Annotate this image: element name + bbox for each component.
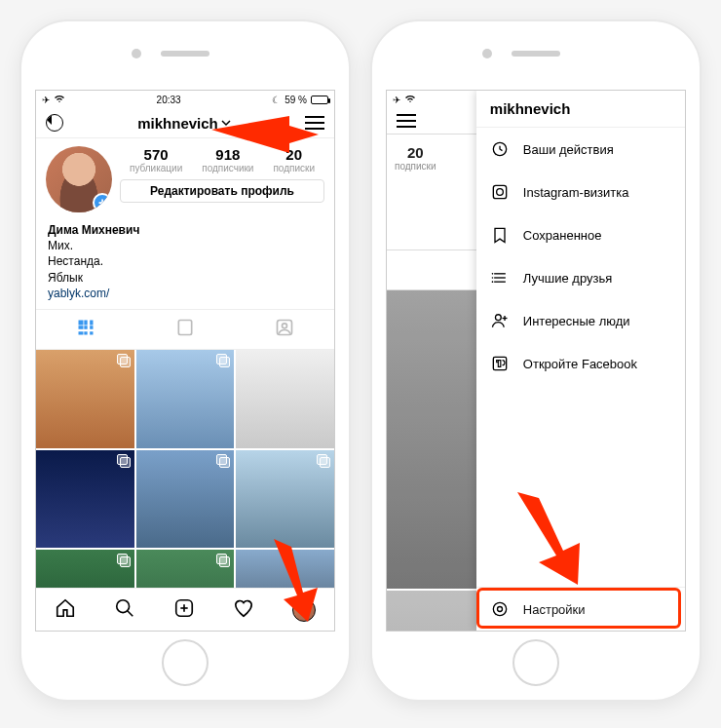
svg-point-25: [493, 602, 506, 615]
stat-followers[interactable]: 918подписчики: [202, 146, 253, 173]
photo-cell[interactable]: [36, 350, 134, 448]
nav-add[interactable]: [173, 597, 195, 623]
stat-following[interactable]: 20подписки: [273, 146, 315, 173]
svg-point-20: [491, 281, 493, 283]
menu-title: mikhnevich: [476, 91, 685, 128]
archive-icon[interactable]: [46, 114, 63, 132]
svg-point-2: [283, 324, 287, 328]
photo-cell[interactable]: [36, 450, 134, 549]
profile-header: mikhnevich: [36, 108, 334, 138]
carousel-icon: [117, 354, 131, 367]
bio-line: Яблык: [48, 270, 323, 286]
photo-grid: [36, 350, 334, 588]
add-story-badge[interactable]: +: [93, 193, 112, 212]
svg-point-18: [491, 273, 493, 275]
menu-item-label: Лучшие друзья: [523, 271, 612, 286]
tab-grid[interactable]: [36, 310, 135, 349]
menu-button-open[interactable]: [397, 114, 416, 128]
bottom-nav: [36, 588, 334, 631]
stats-row: + 570публикации 918подписчики 20подписки…: [36, 138, 334, 220]
stat-posts[interactable]: 570публикации: [130, 146, 182, 173]
username-text: mikhnevich: [137, 115, 218, 132]
status-time: 20:33: [157, 95, 181, 105]
svg-rect-13: [493, 185, 506, 198]
bg-stat-label: подписки: [395, 161, 436, 172]
bio: Дима Михневич Мих. Нестанда. Яблык yably…: [36, 220, 334, 309]
menu-item[interactable]: Откройте Facebook: [476, 342, 685, 385]
add-person-icon: [490, 311, 510, 330]
clock-icon: [490, 139, 510, 159]
profile-avatar[interactable]: +: [46, 146, 112, 212]
photo-cell[interactable]: [136, 450, 235, 549]
photo-cell[interactable]: [236, 350, 334, 448]
carousel-icon: [117, 454, 131, 468]
photo-cell[interactable]: [136, 350, 235, 448]
menu-item[interactable]: Лучшие друзья: [476, 256, 685, 299]
wifi-icon: [404, 94, 416, 105]
facebook-icon: [490, 354, 510, 373]
dnd-icon: ☾: [272, 95, 281, 105]
svg-line-4: [128, 610, 133, 616]
airplane-icon: ✈: [42, 95, 50, 105]
carousel-icon: [216, 354, 230, 367]
photo-cell[interactable]: [136, 550, 235, 588]
menu-button[interactable]: [305, 116, 324, 130]
profile-username[interactable]: mikhnevich: [137, 115, 231, 132]
svg-point-3: [117, 599, 130, 612]
chevron-down-icon: [221, 118, 231, 128]
home-button[interactable]: [162, 639, 209, 686]
svg-point-14: [496, 189, 503, 196]
menu-settings[interactable]: Настройки: [476, 587, 685, 631]
menu-item[interactable]: Instagram-визитка: [476, 171, 685, 213]
carousel-icon: [216, 554, 230, 567]
menu-item-label: Откройте Facebook: [523, 357, 637, 371]
profile-tabs: [36, 309, 334, 350]
menu-item[interactable]: Сохраненное: [476, 213, 685, 256]
bookmark-icon: [490, 225, 510, 245]
photo-cell[interactable]: [236, 550, 334, 588]
menu-item-label: Ваши действия: [523, 142, 614, 157]
bio-name: Дима Михневич: [48, 222, 323, 238]
nametag-icon: [490, 182, 510, 202]
battery-icon: [311, 96, 328, 104]
bio-line: Нестанда.: [48, 253, 323, 269]
status-bar: ✈ 20:33 ☾ 59 %: [36, 91, 334, 108]
svg-point-26: [497, 607, 502, 612]
home-button[interactable]: [512, 639, 559, 686]
wifi-icon: [54, 94, 65, 105]
menu-item[interactable]: Ваши действия: [476, 128, 685, 171]
nav-profile[interactable]: [292, 598, 316, 622]
carousel-icon: [117, 554, 131, 567]
phone-left: ✈ 20:33 ☾ 59 % mikhnevich +: [19, 19, 351, 702]
menu-item[interactable]: Интересные люди: [476, 299, 685, 342]
side-menu: mikhnevich Ваши действияInstagram-визитк…: [476, 91, 685, 631]
gear-icon: [490, 599, 510, 619]
bio-link[interactable]: yablyk.com/: [48, 286, 323, 301]
bio-line: Мих.: [48, 238, 323, 253]
screen-right: ✈ 20:33 ☾ 59 % 20подписки: [386, 90, 686, 632]
menu-settings-label: Настройки: [523, 602, 586, 617]
nav-home[interactable]: [55, 597, 76, 623]
tab-tagged[interactable]: [235, 310, 334, 349]
nav-search[interactable]: [114, 597, 135, 623]
edit-profile-button[interactable]: Редактировать профиль: [120, 179, 324, 203]
battery-pct: 59 %: [285, 95, 307, 105]
menu-item-label: Интересные люди: [523, 314, 630, 328]
svg-point-19: [491, 277, 493, 279]
svg-point-21: [495, 315, 501, 321]
list-icon: [490, 268, 510, 287]
carousel-icon: [216, 454, 230, 468]
svg-rect-0: [178, 320, 191, 334]
screen-left: ✈ 20:33 ☾ 59 % mikhnevich +: [35, 90, 335, 632]
tab-feed[interactable]: [135, 310, 235, 349]
menu-item-label: Instagram-визитка: [523, 185, 629, 200]
phone-right: ✈ 20:33 ☾ 59 % 20подписки: [370, 19, 702, 702]
airplane-icon: ✈: [393, 95, 400, 105]
menu-item-label: Сохраненное: [523, 228, 602, 243]
photo-cell[interactable]: [36, 550, 134, 588]
photo-cell[interactable]: [236, 450, 334, 549]
carousel-icon: [317, 454, 330, 468]
bg-stat-num: 20: [395, 144, 436, 161]
nav-activity[interactable]: [233, 597, 254, 623]
